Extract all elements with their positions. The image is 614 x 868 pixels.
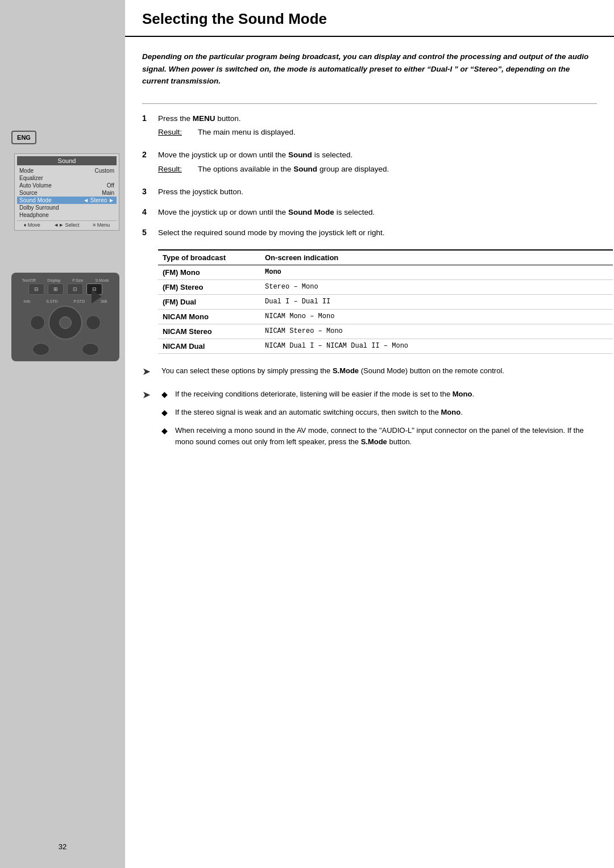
- table-header-type: Type of broadcast: [158, 250, 260, 265]
- remote-top-labels: Text/Off Display P.Size S.Mode: [16, 278, 115, 282]
- remote-joystick-inner: [59, 316, 72, 329]
- note-arrow-icon-2: ➤: [142, 387, 159, 403]
- remote-bottom-buttons: [16, 343, 115, 356]
- step-1-result: Result: The main menu is displayed.: [158, 127, 597, 138]
- page-title: Selecting the Sound Mode: [142, 10, 327, 27]
- bullet-1: ◆ If the receiving conditions deteriorat…: [161, 389, 597, 401]
- title-bar: Selecting the Sound Mode: [125, 0, 614, 37]
- content-area: Depending on the particular program bein…: [125, 37, 614, 476]
- table-row: NICAM Dual NICAM Dual I – NICAM Dual II …: [158, 339, 613, 353]
- tv-menu-row-source: SourceMain: [17, 189, 117, 197]
- note-bullets-group: ➤ ◆ If the receiving conditions deterior…: [142, 389, 597, 453]
- tv-menu-row-soundmode: Sound Mode ◄ Stereo ►: [17, 197, 117, 204]
- tv-menu-row-mode: ModeCustom: [17, 167, 117, 174]
- page-number: 32: [59, 842, 67, 851]
- remote-btn-still[interactable]: [86, 315, 101, 330]
- note-smode: ➤ You can select these options by simply…: [142, 365, 597, 380]
- intro-paragraph: Depending on the particular program bein…: [142, 51, 597, 87]
- step-1: 1 Press the MENU button. Result: The mai…: [142, 113, 597, 141]
- step-2-result: Result: The options available in the Sou…: [158, 164, 597, 175]
- tv-menu-row-autovol: Auto VolumeOff: [17, 182, 117, 189]
- table-row: NICAM Stereo NICAM Stereo – Mono: [158, 324, 613, 339]
- bullet-2: ◆ If the stereo signal is weak and an au…: [161, 407, 597, 419]
- tv-menu-footer: ♦ Move ◄► Select ≡ Menu: [17, 220, 117, 228]
- remote-joystick-area: [16, 306, 115, 340]
- remote-btn-textoff[interactable]: ⊟: [28, 283, 44, 295]
- remote-btn-display[interactable]: ⊞: [48, 283, 64, 295]
- sidebar: ENG Sound ModeCustom Equalizer Auto Volu…: [0, 0, 125, 868]
- tv-menu-screenshot: Sound ModeCustom Equalizer Auto VolumeOf…: [14, 153, 119, 231]
- step-5: 5 Select the required sound mode by movi…: [142, 227, 597, 239]
- tv-menu-row-eq: Equalizer: [17, 174, 117, 182]
- step-2: 2 Move the joystick up or down until the…: [142, 149, 597, 177]
- note-arrow-icon: ➤: [142, 364, 159, 380]
- remote-arrow: [92, 290, 102, 303]
- tv-menu-row-headphone: Headphone: [17, 211, 117, 219]
- step-3: 3 Press the joystick button.: [142, 186, 597, 198]
- remote-joystick[interactable]: [48, 306, 82, 340]
- eng-badge: ENG: [11, 131, 36, 144]
- broadcast-table: Type of broadcast On-screen indication (…: [158, 249, 613, 354]
- table-row: NICAM Mono NICAM Mono – Mono: [158, 309, 613, 324]
- remote-control: Text/Off Display P.Size S.Mode ⊟ ⊞ ⊡ ⊟ I…: [11, 273, 119, 361]
- remote-btn-info[interactable]: [30, 315, 45, 330]
- divider-1: [142, 103, 597, 104]
- table-row: (FM) Stereo Stereo – Mono: [158, 279, 613, 294]
- tv-menu-title: Sound: [17, 156, 117, 165]
- remote-btn-smode[interactable]: ⊟: [86, 283, 102, 295]
- tv-menu-row-dolby: Dolby Surround: [17, 204, 117, 211]
- page: ENG Sound ModeCustom Equalizer Auto Volu…: [0, 0, 614, 868]
- bullet-3: ◆ When receiving a mono sound in the AV …: [161, 425, 597, 448]
- table-header-indication: On-screen indication: [260, 250, 613, 265]
- remote-btn-psize[interactable]: ⊡: [67, 283, 83, 295]
- remote-btn-pstd[interactable]: [82, 343, 99, 356]
- table-row: (FM) Dual Dual I – Dual II: [158, 294, 613, 309]
- step-4: 4 Move the joystick up or down until the…: [142, 207, 597, 218]
- notes-section: ➤ You can select these options by simply…: [142, 365, 597, 454]
- table-row: (FM) Mono Mono: [158, 265, 613, 279]
- main-content: Selecting the Sound Mode Depending on th…: [125, 0, 614, 868]
- remote-btn-sstd[interactable]: [32, 343, 49, 356]
- remote-top-buttons: ⊟ ⊞ ⊡ ⊟: [16, 283, 115, 295]
